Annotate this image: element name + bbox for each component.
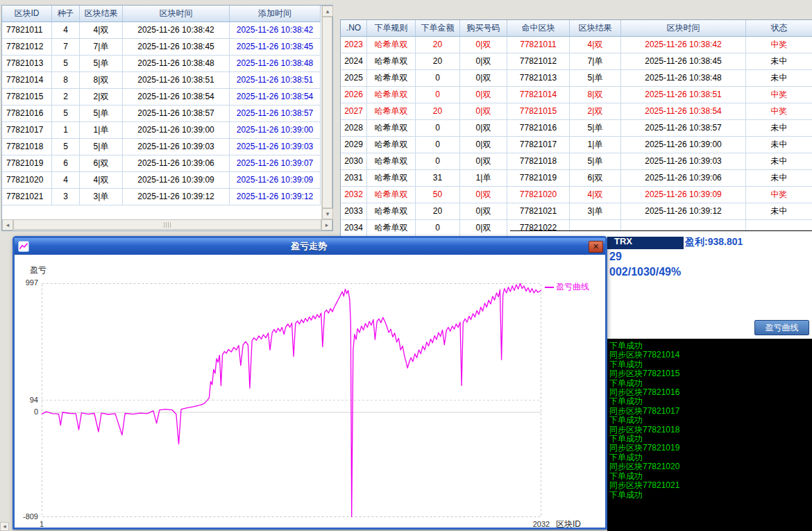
table-row[interactable]: 7782102133|单2025-11-26 10:39:122025-11-2… (2, 189, 321, 205)
table-cell: 8|双 (570, 87, 621, 103)
column-header[interactable]: 购买号码 (460, 20, 507, 37)
y-tick-label: 0 (16, 407, 38, 416)
table-cell: 77821011 (507, 37, 570, 53)
column-header[interactable]: 区块结果 (80, 6, 123, 22)
table-row[interactable]: 2026哈希单双00|双778210148|双2025-11-26 10:38:… (341, 87, 812, 103)
log-line: 下单成功 (609, 435, 810, 444)
table-row[interactable]: 7782102044|双2025-11-26 10:39:092025-11-2… (2, 172, 321, 189)
column-header[interactable]: 下单金额 (416, 20, 460, 37)
table-cell: 2025-11-26 10:38:48 (123, 56, 230, 72)
table-cell: 中奖 (746, 187, 812, 203)
vertical-scrollbar[interactable]: ▴ ▾ (321, 6, 332, 219)
table-cell: 哈希单双 (367, 153, 416, 170)
profit-curve-button[interactable]: 盈亏曲线 (754, 320, 809, 335)
table-row[interactable]: 2033哈希单双200|双778210213|单2025-11-26 10:39… (341, 203, 812, 220)
chart-window-icon (18, 241, 29, 252)
table-row[interactable]: 2029哈希单双00|双778210171|单2025-11-26 10:39:… (341, 137, 812, 153)
table-cell: 2025 (341, 70, 367, 87)
table-cell: 77821012 (507, 53, 570, 70)
table-cell: 5 (52, 139, 80, 155)
table-cell: 2025-11-26 10:39:07 (230, 155, 321, 172)
stat-line-2: 002/1030/49% (609, 266, 681, 278)
table-cell: 2025-11-26 10:39:03 (621, 153, 746, 170)
table-cell: 哈希单双 (367, 170, 416, 187)
table-row[interactable]: 7782101355|单2025-11-26 10:38:482025-11-2… (2, 56, 321, 72)
table-cell: 0|双 (460, 220, 507, 237)
table-cell: 7 (52, 39, 80, 56)
table-row[interactable]: 7782101488|双2025-11-26 10:38:512025-11-2… (2, 72, 321, 89)
column-header[interactable]: 区块时间 (621, 20, 746, 37)
scroll-left-button[interactable]: ◂ (2, 219, 13, 230)
table-cell: 中奖 (746, 103, 812, 120)
horizontal-scrollbar[interactable]: ◂ ▸ (2, 219, 332, 230)
table-row[interactable]: 7782101711|单2025-11-26 10:39:002025-11-2… (2, 122, 321, 139)
table-cell: 0|双 (460, 120, 507, 137)
column-header[interactable]: 状态 (746, 20, 812, 37)
table-row[interactable]: 7782101144|双2025-11-26 10:38:422025-11-2… (2, 22, 321, 39)
table-cell: 2033 (341, 203, 367, 220)
table-row[interactable]: 2032哈希单双500|双778210204|双2025-11-26 10:39… (341, 187, 812, 203)
table-cell: 2025-11-26 10:38:42 (621, 37, 746, 53)
log-line: 同步区块77821017 (609, 407, 810, 416)
table-row[interactable]: 2027哈希单双200|双778210152|双2025-11-26 10:38… (341, 103, 812, 120)
table-row[interactable]: 7782101966|双2025-11-26 10:39:062025-11-2… (2, 155, 321, 172)
table-cell: 7|单 (570, 53, 621, 70)
table-cell: 2025-11-26 10:38:42 (230, 22, 321, 39)
table-cell: 2025-11-26 10:38:57 (123, 106, 230, 122)
column-header[interactable]: 种子 (52, 6, 80, 22)
table-cell: 2025-11-26 10:38:51 (621, 87, 746, 103)
column-header[interactable]: 下单规则 (367, 20, 416, 37)
table-cell: 77821015 (2, 89, 52, 106)
table-cell: 未中 (746, 53, 812, 70)
table-cell: 4 (52, 22, 80, 39)
log-line: 下单成功 (609, 472, 810, 481)
scroll-thumb[interactable] (13, 219, 321, 230)
table-cell: 哈希单双 (367, 87, 416, 103)
scroll-right-button[interactable]: ▸ (321, 219, 332, 230)
table-row[interactable]: 2023哈希单双200|双778210114|双2025-11-26 10:38… (341, 37, 812, 53)
column-header[interactable]: .NO (341, 20, 367, 37)
table-row[interactable]: 2025哈希单双00|双778210135|单2025-11-26 10:38:… (341, 70, 812, 87)
table-cell: 哈希单双 (367, 53, 416, 70)
table-row[interactable]: 7782101655|单2025-11-26 10:38:572025-11-2… (2, 106, 321, 122)
table-cell: 77821019 (2, 155, 52, 172)
table-cell: 5 (52, 106, 80, 122)
window-titlebar[interactable]: 盈亏走势 ✕ (15, 238, 605, 255)
table-row[interactable]: 7782101855|单2025-11-26 10:39:032025-11-2… (2, 139, 321, 155)
close-button[interactable]: ✕ (589, 241, 603, 253)
table-row[interactable]: 2024哈希单双200|双778210127|单2025-11-26 10:38… (341, 53, 812, 70)
column-header[interactable]: 区块结果 (570, 20, 621, 37)
table-row[interactable]: 2028哈希单双00|双778210165|单2025-11-26 10:38:… (341, 120, 812, 137)
table-header-row: .NO下单规则下单金额购买号码命中区块区块结果区块时间状态 (341, 20, 812, 37)
table-cell: 2025-11-26 10:38:54 (123, 89, 230, 106)
table-cell: 2025-11-26 10:38:54 (621, 103, 746, 120)
table-cell: 2025-11-26 10:39:00 (621, 137, 746, 153)
table-cell: 5|单 (570, 153, 621, 170)
scroll-thumb[interactable] (322, 17, 332, 208)
blocks-table: 区块ID种子区块结果区块时间添加时间7782101144|双2025-11-26… (2, 6, 321, 219)
column-header[interactable]: 添加时间 (230, 6, 321, 22)
table-cell: 2028 (341, 120, 367, 137)
x-tick-label: 1 (31, 520, 52, 528)
table-row[interactable]: 2031哈希单双311|单778210196|双2025-11-26 10:39… (341, 170, 812, 187)
x-axis-title: 区块ID (556, 519, 581, 528)
blocks-table-panel: 区块ID种子区块结果区块时间添加时间7782101144|双2025-11-26… (1, 5, 333, 231)
log-line: 同步区块77821021 (609, 481, 810, 490)
table-cell: 2025-11-26 10:38:51 (230, 72, 321, 89)
table-cell: 3|单 (80, 189, 123, 205)
table-row[interactable]: 7782101277|单2025-11-26 10:38:452025-11-2… (2, 39, 321, 56)
scroll-down-button[interactable]: ▾ (322, 208, 333, 219)
table-row[interactable]: 2030哈希单双00|双778210185|单2025-11-26 10:39:… (341, 153, 812, 170)
column-header[interactable]: 区块时间 (123, 6, 230, 22)
table-row[interactable]: 7782101522|双2025-11-26 10:38:542025-11-2… (2, 89, 321, 106)
column-header[interactable]: 区块ID (2, 6, 52, 22)
table-cell: 77821012 (2, 39, 52, 56)
table-cell: 2034 (341, 220, 367, 237)
bottom-left-scroll-button[interactable]: ◂ (0, 522, 9, 531)
scroll-up-button[interactable]: ▴ (322, 6, 333, 17)
table-cell: 77821014 (2, 72, 52, 89)
table-cell: 1|单 (570, 137, 621, 153)
column-header[interactable]: 命中区块 (507, 20, 570, 37)
table-cell: 2025-11-26 10:39:09 (123, 172, 230, 189)
table-cell: 哈希单双 (367, 70, 416, 87)
